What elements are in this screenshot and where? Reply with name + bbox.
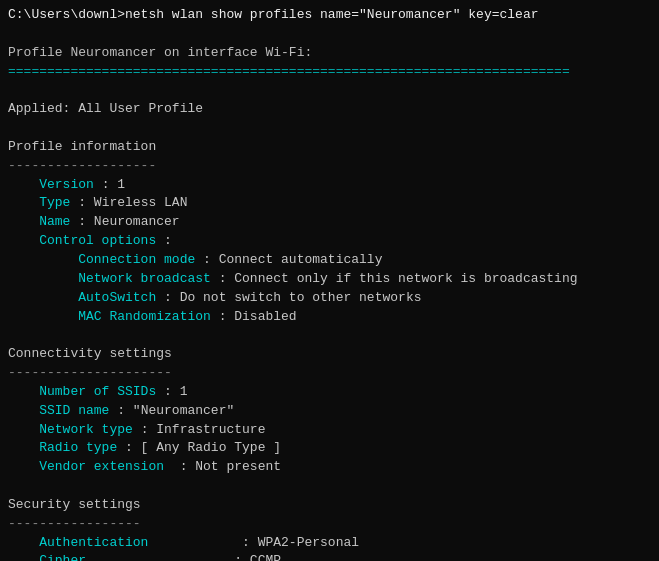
row-val: : CCMP — [86, 553, 281, 561]
row-val: : 1 — [94, 177, 125, 192]
empty-5 — [8, 477, 651, 496]
dash-line-profile: ------------------- — [8, 157, 651, 176]
empty-2 — [8, 81, 651, 100]
empty-3 — [8, 119, 651, 138]
row-val: : Neuromancer — [70, 214, 179, 229]
dash-line-security: ----------------- — [8, 515, 651, 534]
table-row: Type : Wireless LAN — [8, 194, 651, 213]
table-row: Control options : — [8, 232, 651, 251]
terminal-window: C:\Users\downl>netsh wlan show profiles … — [0, 0, 659, 561]
row-key: Authentication — [8, 535, 148, 550]
row-val: : Infrastructure — [133, 422, 266, 437]
row-key: MAC Randomization — [8, 309, 211, 324]
row-key: Number of SSIDs — [8, 384, 156, 399]
row-key: Type — [8, 195, 70, 210]
table-row: Network broadcast : Connect only if this… — [8, 270, 651, 289]
row-val: : Disabled — [211, 309, 297, 324]
profile-header: Profile Neuromancer on interface Wi-Fi: — [8, 44, 651, 63]
section-title-connectivity: Connectivity settings — [8, 345, 651, 364]
row-val: : Do not switch to other networks — [156, 290, 421, 305]
applied-line: Applied: All User Profile — [8, 100, 651, 119]
empty-4 — [8, 326, 651, 345]
row-key: Cipher — [8, 553, 86, 561]
row-val: : Wireless LAN — [70, 195, 187, 210]
row-key: AutoSwitch — [8, 290, 156, 305]
table-row: Number of SSIDs : 1 — [8, 383, 651, 402]
table-row: AutoSwitch : Do not switch to other netw… — [8, 289, 651, 308]
empty-1 — [8, 25, 651, 44]
section-title-profile: Profile information — [8, 138, 651, 157]
row-key: SSID name — [8, 403, 109, 418]
table-row: Network type : Infrastructure — [8, 421, 651, 440]
separator-line: ========================================… — [8, 63, 651, 82]
row-key: Version — [8, 177, 94, 192]
row-key: Network broadcast — [8, 271, 211, 286]
row-val: : Not present — [164, 459, 281, 474]
table-row: Authentication : WPA2-Personal — [8, 534, 651, 553]
row-key: Control options — [8, 233, 156, 248]
row-key: Radio type — [8, 440, 117, 455]
table-row: Radio type : [ Any Radio Type ] — [8, 439, 651, 458]
table-row: Version : 1 — [8, 176, 651, 195]
row-key: Network type — [8, 422, 133, 437]
table-row: MAC Randomization : Disabled — [8, 308, 651, 327]
table-row: Connection mode : Connect automatically — [8, 251, 651, 270]
row-val: : "Neuromancer" — [109, 403, 234, 418]
row-val: : [ Any Radio Type ] — [117, 440, 281, 455]
dash-line-connectivity: --------------------- — [8, 364, 651, 383]
row-val: : 1 — [156, 384, 187, 399]
command-line: C:\Users\downl>netsh wlan show profiles … — [8, 6, 651, 25]
row-val: : Connect automatically — [195, 252, 382, 267]
row-key: Connection mode — [8, 252, 195, 267]
row-val: : Connect only if this network is broadc… — [211, 271, 578, 286]
table-row: Cipher : CCMP — [8, 552, 651, 561]
table-row: Name : Neuromancer — [8, 213, 651, 232]
table-row: SSID name : "Neuromancer" — [8, 402, 651, 421]
row-val: : — [156, 233, 172, 248]
row-key: Name — [8, 214, 70, 229]
row-val: : WPA2-Personal — [148, 535, 359, 550]
section-title-security: Security settings — [8, 496, 651, 515]
row-key: Vendor extension — [8, 459, 164, 474]
table-row: Vendor extension : Not present — [8, 458, 651, 477]
